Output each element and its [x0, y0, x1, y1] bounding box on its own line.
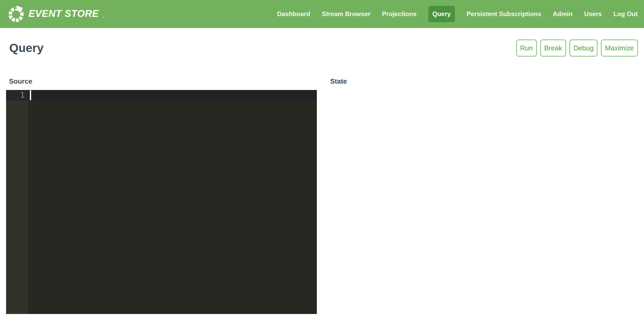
nav-item-admin[interactable]: Admin	[553, 11, 573, 17]
panels-container: Source 1 State	[6, 77, 638, 314]
nav-item-dashboard[interactable]: Dashboard	[277, 11, 310, 17]
editor-text-cursor	[30, 90, 31, 100]
nav-item-stream-browser[interactable]: Stream Browser	[322, 11, 370, 17]
query-page: Query Run Break Debug Maximize Source 1 …	[0, 40, 644, 314]
state-panel: State	[327, 77, 638, 314]
run-button[interactable]: Run	[516, 40, 537, 56]
nav-item-projections[interactable]: Projections	[382, 11, 417, 17]
top-navbar: EVENT STORE . Dashboard Stream Browser P…	[0, 0, 644, 28]
debug-button[interactable]: Debug	[570, 40, 598, 56]
nav-item-persistent-subscriptions[interactable]: Persistent Subscriptions	[467, 11, 541, 17]
eventstore-trademark-dot: .	[103, 14, 104, 22]
eventstore-logo[interactable]: EVENT STORE .	[8, 6, 104, 22]
state-panel-label: State	[330, 77, 638, 86]
query-toolbar: Run Break Debug Maximize	[516, 40, 638, 56]
page-header: Query Run Break Debug Maximize	[6, 40, 638, 56]
query-source-editor[interactable]: 1	[6, 90, 317, 314]
editor-line-number: 1	[6, 90, 28, 101]
maximize-button[interactable]: Maximize	[601, 40, 638, 56]
nav-item-log-out[interactable]: Log Out	[613, 11, 638, 17]
source-panel: Source 1	[6, 77, 317, 314]
nav-item-users[interactable]: Users	[584, 11, 602, 17]
eventstore-ring-icon	[8, 6, 25, 22]
source-panel-label: Source	[9, 77, 317, 86]
nav-menu: Dashboard Stream Browser Projections Que…	[277, 6, 638, 22]
editor-active-line	[6, 90, 317, 101]
break-button[interactable]: Break	[540, 40, 566, 56]
editor-gutter	[6, 90, 28, 314]
page-title: Query	[9, 41, 44, 55]
eventstore-wordmark: EVENT STORE	[29, 9, 99, 20]
nav-item-query[interactable]: Query	[428, 6, 455, 22]
